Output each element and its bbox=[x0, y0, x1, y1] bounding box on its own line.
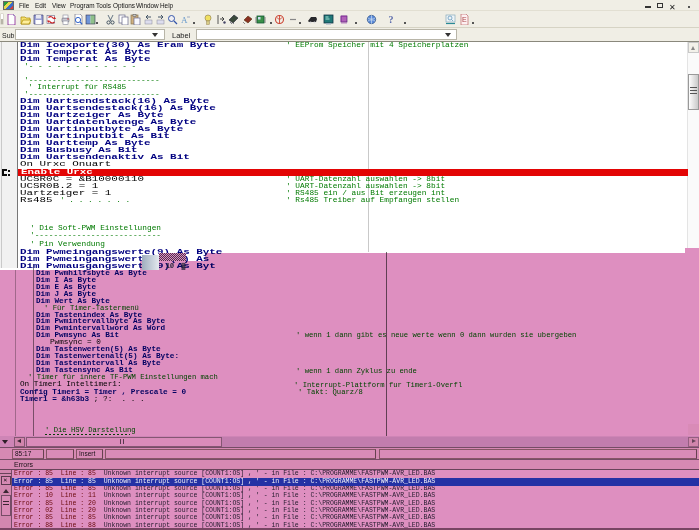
svg-text:?: ? bbox=[389, 14, 394, 25]
svg-text:E: E bbox=[462, 16, 467, 23]
svg-text:A: A bbox=[181, 15, 188, 25]
